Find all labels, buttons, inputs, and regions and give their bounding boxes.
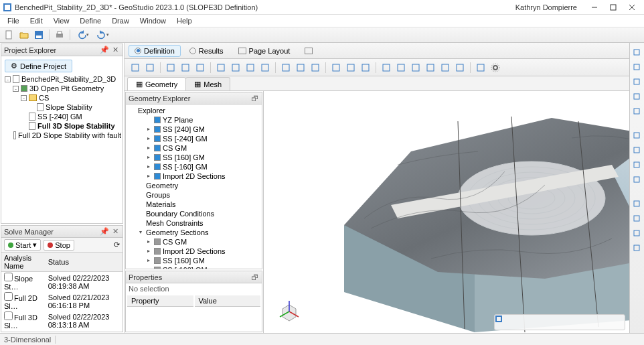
tree-item[interactable]: ▸SS [-240] GM xyxy=(127,134,260,143)
copy-group-icon[interactable] xyxy=(409,61,422,74)
tree-item[interactable]: ▸Import 2D Sections xyxy=(127,171,260,181)
undo-icon[interactable]: ▾ xyxy=(74,28,92,42)
refresh-icon[interactable]: ⟳ xyxy=(114,240,120,249)
cursor-icon[interactable] xyxy=(129,61,142,74)
legend-icon[interactable] xyxy=(631,130,643,142)
eye-icon[interactable] xyxy=(631,228,643,240)
tab-page-layout[interactable]: Page Layout xyxy=(232,45,297,57)
tree-item[interactable]: Full 2D Slope Stability with fault xyxy=(3,131,121,140)
menu-draw[interactable]: Draw xyxy=(107,16,134,25)
group-icon[interactable] xyxy=(359,61,372,74)
table-row[interactable]: Full 2D Sl…Solved 02/21/2023 06:16:18 PM xyxy=(1,291,123,311)
zoom-box-icon[interactable] xyxy=(179,61,192,74)
snap-icon[interactable] xyxy=(309,61,322,74)
row-checkbox[interactable] xyxy=(4,292,13,301)
pan-icon[interactable] xyxy=(143,61,157,74)
pin-icon[interactable] xyxy=(631,198,643,210)
menu-view[interactable]: View xyxy=(49,16,74,25)
minus-icon[interactable] xyxy=(554,316,566,328)
tree-item[interactable]: ▸CS GM xyxy=(127,237,260,247)
snapshot-icon[interactable] xyxy=(610,316,622,328)
start-button[interactable]: Start▾ xyxy=(4,239,41,251)
col-value[interactable]: Value xyxy=(195,295,261,307)
grid-icon[interactable] xyxy=(394,61,408,74)
rotate-icon[interactable] xyxy=(164,61,177,74)
tree-item[interactable]: ▸SS [-160] GM xyxy=(127,265,260,269)
copy-icon[interactable] xyxy=(229,61,242,74)
cursor-icon[interactable] xyxy=(631,47,643,59)
close-icon[interactable]: ✕ xyxy=(110,227,120,236)
close-icon[interactable]: ✕ xyxy=(110,46,120,55)
tab-results[interactable]: Results xyxy=(183,45,230,57)
tree-item[interactable]: -BenchedPit_Stability_2D_3D xyxy=(3,74,121,84)
edit-icon[interactable] xyxy=(582,316,594,328)
close-button[interactable] xyxy=(623,1,641,14)
ruler-icon[interactable] xyxy=(596,316,608,328)
redo-icon[interactable]: ▾ xyxy=(94,28,112,42)
menu-help[interactable]: Help xyxy=(172,16,197,25)
menu-file[interactable]: File xyxy=(3,16,24,25)
tree-item[interactable]: ▸Import 2D Sections xyxy=(127,247,260,256)
rotate-icon[interactable] xyxy=(631,76,643,88)
print-icon[interactable] xyxy=(53,28,66,42)
col-property[interactable]: Property xyxy=(127,295,193,307)
tree-item[interactable]: Mesh Constraints xyxy=(127,218,260,228)
pin-icon[interactable]: 📌 xyxy=(100,227,109,236)
subtab-geometry[interactable]: ▦Geometry xyxy=(127,77,186,90)
minimize-button[interactable] xyxy=(585,1,604,14)
tree-item[interactable]: SS [-240] GM xyxy=(3,112,121,121)
tree-item[interactable]: Groups xyxy=(127,190,260,200)
cut-icon[interactable] xyxy=(214,61,228,74)
col-analysis-name[interactable]: Analysis Name xyxy=(1,253,46,272)
row-checkbox[interactable] xyxy=(4,273,13,281)
tree-item[interactable]: Full 3D Slope Stability xyxy=(3,121,121,131)
viewport-3d[interactable]: origin xyxy=(264,91,629,333)
add-box-icon[interactable] xyxy=(438,61,452,74)
subtab-mesh[interactable]: ▦Mesh xyxy=(185,77,230,90)
tree-item[interactable]: Geometry xyxy=(127,181,260,190)
label-icon[interactable] xyxy=(631,174,643,186)
plus-icon[interactable] xyxy=(540,316,552,328)
legend-icon[interactable] xyxy=(568,316,580,328)
refresh-icon[interactable] xyxy=(474,61,487,74)
tree-item[interactable]: -3D Open Pit Geometry xyxy=(3,84,121,93)
clip-icon[interactable] xyxy=(631,106,643,118)
tree-item[interactable]: Explorer xyxy=(127,106,260,115)
wand-icon[interactable] xyxy=(294,61,307,74)
paste-icon[interactable] xyxy=(244,61,257,74)
tree-item[interactable]: ▸SS [160] GM xyxy=(127,256,260,265)
menu-define[interactable]: Define xyxy=(75,16,106,25)
row-checkbox[interactable] xyxy=(4,312,13,320)
delete-icon[interactable] xyxy=(258,61,272,74)
table-row[interactable]: Full 3D Sl…Solved 02/22/2023 08:13:18 AM xyxy=(1,311,123,330)
stop-button[interactable]: Stop xyxy=(44,240,74,251)
tree-item[interactable]: ▸SS [240] GM xyxy=(127,125,260,134)
open-folder-icon[interactable] xyxy=(17,28,31,42)
tag-icon[interactable] xyxy=(631,213,643,225)
pin-icon[interactable]: 🗗 xyxy=(250,273,259,282)
tree-item[interactable]: ▸SS [-160] GM xyxy=(127,162,260,171)
tree-item[interactable]: YZ Plane xyxy=(127,115,260,125)
pin-icon[interactable]: 🗗 xyxy=(250,94,259,103)
col-status[interactable]: Status xyxy=(46,253,123,272)
axes-icon[interactable] xyxy=(631,145,643,157)
tree-item[interactable]: Boundary Conditions xyxy=(127,209,260,218)
tree-item[interactable]: ▸SS [160] GM xyxy=(127,153,260,162)
tree-item[interactable]: Slope Stability xyxy=(3,102,121,112)
zoom-extents-icon[interactable] xyxy=(193,61,207,74)
tree-item[interactable]: -CS xyxy=(3,93,121,102)
project-tree[interactable]: -BenchedPit_Stability_2D_3D-3D Open Pit … xyxy=(3,74,121,140)
zoom-icon[interactable] xyxy=(631,62,643,74)
save-icon[interactable] xyxy=(32,28,46,42)
tree-item[interactable]: ▾Geometry Sections xyxy=(127,228,260,237)
water-icon[interactable] xyxy=(631,243,643,255)
menu-window[interactable]: Window xyxy=(135,16,171,25)
home-icon[interactable] xyxy=(511,316,524,328)
flag-icon[interactable] xyxy=(344,61,357,74)
tree-item[interactable]: Materials xyxy=(127,200,260,209)
gear-icon[interactable] xyxy=(489,61,502,74)
maximize-button[interactable] xyxy=(604,1,623,14)
copy-back-icon[interactable] xyxy=(424,61,437,74)
remove-box-icon[interactable] xyxy=(453,61,467,74)
layers-icon[interactable] xyxy=(329,61,343,74)
